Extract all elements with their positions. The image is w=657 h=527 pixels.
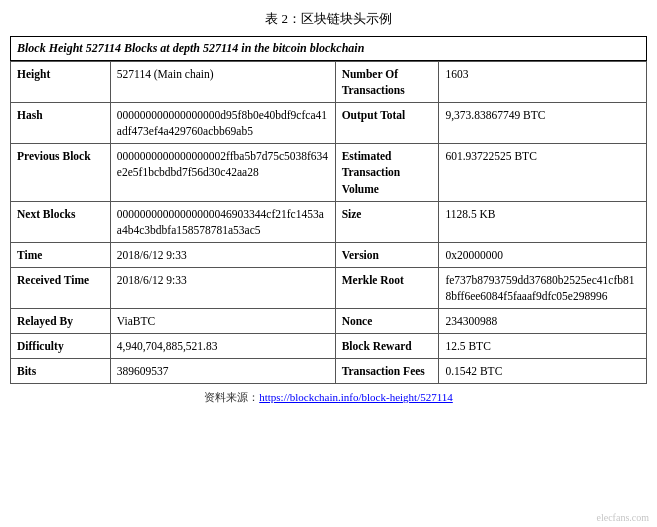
row-value-2: 234300988 (439, 309, 647, 334)
row-value-2: 1128.5 KB (439, 201, 647, 242)
row-label-1: Previous Block (11, 144, 111, 201)
row-value-1: 00000000000000000046903344cf21fc1453aa4b… (110, 201, 335, 242)
table-row: Next Blocks00000000000000000046903344cf2… (11, 201, 647, 242)
row-value-2: fe737b8793759dd37680b2525ec41cfb818bff6e… (439, 267, 647, 308)
row-label-1: Height (11, 62, 111, 103)
row-value-1: ViaBTC (110, 309, 335, 334)
row-label-2: Size (335, 201, 439, 242)
row-label-2: Transaction Fees (335, 359, 439, 384)
row-value-1: 527114 (Main chain) (110, 62, 335, 103)
footer-link[interactable]: https://blockchain.info/block-height/527… (259, 391, 453, 403)
row-value-1: 389609537 (110, 359, 335, 384)
main-table: Height527114 (Main chain)Number Of Trans… (10, 61, 647, 384)
table-row: Time2018/6/12 9:33Version0x20000000 (11, 242, 647, 267)
table-row: Hash000000000000000000d95f8b0e40bdf9cfca… (11, 103, 647, 144)
row-label-1: Hash (11, 103, 111, 144)
row-label-1: Relayed By (11, 309, 111, 334)
table-row: Relayed ByViaBTCNonce234300988 (11, 309, 647, 334)
row-label-2: Merkle Root (335, 267, 439, 308)
table-row: Bits389609537Transaction Fees0.1542 BTC (11, 359, 647, 384)
block-header: Block Height 527114 Blocks at depth 5271… (10, 36, 647, 61)
row-value-2: 12.5 BTC (439, 334, 647, 359)
row-label-2: Output Total (335, 103, 439, 144)
row-value-2: 0x20000000 (439, 242, 647, 267)
row-value-1: 4,940,704,885,521.83 (110, 334, 335, 359)
footer: 资料来源：https://blockchain.info/block-heigh… (204, 390, 453, 405)
row-label-2: Estimated Transaction Volume (335, 144, 439, 201)
row-label-2: Nonce (335, 309, 439, 334)
row-value-2: 1603 (439, 62, 647, 103)
row-value-1: 0000000000000000002ffba5b7d75c5038f634e2… (110, 144, 335, 201)
row-value-2: 9,373.83867749 BTC (439, 103, 647, 144)
row-label-1: Difficulty (11, 334, 111, 359)
row-label-2: Number Of Transactions (335, 62, 439, 103)
row-label-1: Next Blocks (11, 201, 111, 242)
table-row: Difficulty4,940,704,885,521.83Block Rewa… (11, 334, 647, 359)
table-row: Previous Block0000000000000000002ffba5b7… (11, 144, 647, 201)
footer-text: 资料来源： (204, 391, 259, 403)
row-label-1: Time (11, 242, 111, 267)
row-label-1: Bits (11, 359, 111, 384)
row-label-2: Version (335, 242, 439, 267)
row-value-2: 0.1542 BTC (439, 359, 647, 384)
row-value-2: 601.93722525 BTC (439, 144, 647, 201)
watermark: elecfans.com (597, 512, 649, 523)
row-label-2: Block Reward (335, 334, 439, 359)
table-row: Received Time2018/6/12 9:33Merkle Rootfe… (11, 267, 647, 308)
row-value-1: 000000000000000000d95f8b0e40bdf9cfca41ad… (110, 103, 335, 144)
page-title: 表 2：区块链块头示例 (265, 10, 392, 28)
row-value-1: 2018/6/12 9:33 (110, 242, 335, 267)
row-label-1: Received Time (11, 267, 111, 308)
row-value-1: 2018/6/12 9:33 (110, 267, 335, 308)
table-row: Height527114 (Main chain)Number Of Trans… (11, 62, 647, 103)
